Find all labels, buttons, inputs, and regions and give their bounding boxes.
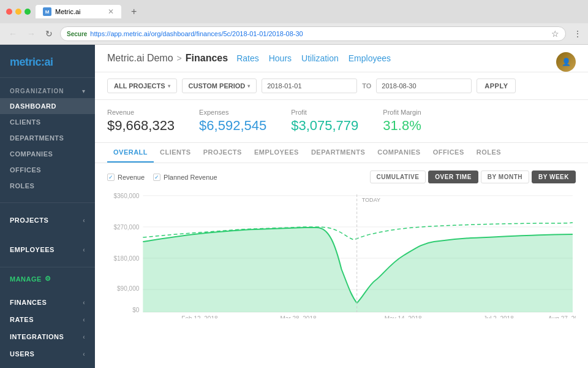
date-from-input[interactable]	[262, 79, 357, 93]
tab-companies[interactable]: COMPANIES	[371, 143, 426, 163]
x-label-may14: May 14, 2018	[385, 315, 422, 318]
x-label-aug27: Aug 27, 2018	[548, 315, 576, 318]
tab-departments[interactable]: DEPARTMENTS	[305, 143, 371, 163]
org-section: ORGANIZATION ▾ DASHBOARD CLIENTS DEPARTM…	[0, 78, 95, 200]
legend-planned: ✓ Planned Revenue	[153, 174, 217, 181]
expenses-value: $6,592,545	[199, 118, 266, 134]
revenue-stat: Revenue $9,668,323	[107, 109, 175, 134]
browser-chrome: M Metric.ai ✕ + ← → ↻ Secure https://app…	[0, 0, 588, 45]
chart-legend: ✓ Revenue ✓ Planned Revenue	[107, 174, 217, 181]
y-label-270k: $270,000	[113, 224, 139, 231]
sidebar-item-clients[interactable]: CLIENTS	[0, 114, 95, 130]
employees-section: EMPLOYEES ‹	[0, 235, 95, 264]
forward-button[interactable]: →	[24, 28, 38, 40]
nav-rates-link[interactable]: Rates	[236, 53, 259, 63]
x-label-jul2: Jul 2, 2018	[484, 315, 514, 318]
y-label-90k: $90,000	[117, 285, 140, 292]
revenue-checkbox[interactable]: ✓	[107, 174, 115, 181]
y-label-0: $0	[132, 307, 140, 313]
browser-addressbar: ← → ↻ Secure https://app.metric.ai/org/d…	[0, 23, 588, 44]
org-section-header[interactable]: ORGANIZATION ▾	[0, 84, 95, 98]
back-button[interactable]: ←	[6, 28, 20, 40]
app-container: metric:ai ORGANIZATION ▾ DASHBOARD CLIEN…	[0, 45, 588, 368]
tab-close-button[interactable]: ✕	[108, 7, 114, 16]
all-projects-dropdown[interactable]: ALL PROJECTS ▾	[107, 79, 177, 93]
close-window-button[interactable]	[6, 9, 12, 15]
browser-window-controls	[6, 9, 31, 15]
cumulative-button[interactable]: CUMULATIVE	[370, 171, 426, 183]
users-arrow-icon: ‹	[83, 351, 85, 358]
users-label: USERS	[10, 350, 34, 358]
employees-group-header[interactable]: EMPLOYEES ‹	[0, 241, 95, 258]
tab-projects[interactable]: PROJECTS	[197, 143, 248, 163]
manage-section: FINANCES ‹ RATES ‹ INTEGRATIONS ‹ USERS …	[0, 288, 95, 368]
breadcrumb-org: Metric.ai Demo	[107, 53, 173, 64]
projects-label: PROJECTS	[10, 217, 48, 224]
by-week-button[interactable]: BY WEEK	[532, 171, 576, 183]
apply-button[interactable]: APPLY	[477, 79, 516, 93]
revenue-area	[143, 228, 573, 312]
today-label: TODAY	[362, 197, 380, 203]
main-header: Metric.ai Demo > Finances Rates Hours Ut…	[95, 45, 588, 72]
nav-hours-link[interactable]: Hours	[269, 53, 292, 63]
integrations-group-header[interactable]: INTEGRATIONS ‹	[0, 328, 95, 345]
chart-view-buttons: CUMULATIVE OVER TIME BY MONTH BY WEEK	[370, 171, 576, 183]
new-tab-button[interactable]: +	[126, 4, 141, 20]
nav-employees-link[interactable]: Employees	[349, 53, 391, 63]
sidebar-item-departments[interactable]: DEPARTMENTS	[0, 130, 95, 146]
breadcrumb-separator: >	[177, 53, 182, 63]
sidebar-item-dashboard[interactable]: DASHBOARD	[0, 98, 95, 114]
integrations-arrow-icon: ‹	[83, 334, 85, 340]
filters-bar: ALL PROJECTS ▾ CUSTOM PERIOD ▾ TO APPLY	[95, 72, 588, 100]
sidebar-item-roles[interactable]: ROLES	[0, 178, 95, 194]
custom-period-label: CUSTOM PERIOD	[189, 82, 246, 90]
margin-value: 31.8%	[383, 118, 421, 134]
refresh-button[interactable]: ↻	[43, 28, 55, 40]
legend-revenue: ✓ Revenue	[107, 174, 145, 181]
bookmark-icon[interactable]: ☆	[551, 29, 559, 39]
finances-group-header[interactable]: FINANCES ‹	[0, 294, 95, 311]
date-separator: TO	[362, 82, 371, 90]
users-group-header[interactable]: USERS ‹	[0, 345, 95, 362]
breadcrumb: Metric.ai Demo > Finances Rates Hours Ut…	[107, 53, 391, 64]
sidebar-item-offices[interactable]: OFFICES	[0, 162, 95, 178]
date-to-input[interactable]	[376, 79, 472, 93]
by-month-button[interactable]: BY MONTH	[481, 171, 529, 183]
chart-area: ✓ Revenue ✓ Planned Revenue CUMULATIVE O…	[95, 163, 588, 368]
browser-tab[interactable]: M Metric.ai ✕	[36, 5, 121, 18]
stats-row: Revenue $9,668,323 Expenses $6,592,545 P…	[95, 100, 588, 143]
sidebar-item-companies[interactable]: COMPANIES	[0, 146, 95, 162]
user-avatar[interactable]: 👤	[556, 52, 576, 72]
address-bar[interactable]: Secure https://app.metric.ai/org/dashboa…	[60, 26, 566, 41]
tab-clients[interactable]: CLIENTS	[154, 143, 197, 163]
minimize-window-button[interactable]	[15, 9, 21, 15]
tab-roles[interactable]: ROLES	[470, 143, 507, 163]
rates-group-header[interactable]: RATES ‹	[0, 311, 95, 328]
revenue-label: Revenue	[107, 109, 175, 116]
offices-label: OFFICES	[10, 166, 41, 174]
tab-overall[interactable]: OVERALL	[107, 143, 154, 163]
projects-group-header[interactable]: PROJECTS ‹	[0, 212, 95, 229]
settings-group-header[interactable]: SETTINGS ‹	[0, 362, 95, 368]
chart-container: $360,000 $270,000 $180,000 $90,000 $0	[107, 190, 576, 318]
y-label-360k: $360,000	[113, 193, 139, 199]
x-label-feb12: Feb 12, 2018	[181, 315, 218, 318]
integrations-label: INTEGRATIONS	[10, 333, 64, 340]
tab-offices[interactable]: OFFICES	[427, 143, 470, 163]
employees-label: EMPLOYEES	[10, 246, 55, 253]
departments-label: DEPARTMENTS	[10, 134, 64, 142]
browser-titlebar: M Metric.ai ✕ +	[0, 0, 588, 23]
org-arrow-icon: ▾	[82, 88, 85, 94]
over-time-button[interactable]: OVER TIME	[428, 171, 478, 183]
planned-checkbox[interactable]: ✓	[153, 174, 160, 181]
maximize-window-button[interactable]	[24, 9, 31, 15]
logo: metric:ai	[10, 56, 85, 69]
expenses-stat: Expenses $6,592,545	[199, 109, 266, 134]
chart-tabs: OVERALL CLIENTS PROJECTS EMPLOYEES DEPAR…	[95, 143, 588, 163]
custom-period-dropdown[interactable]: CUSTOM PERIOD ▾	[182, 79, 257, 93]
sidebar-divider-2	[0, 267, 95, 267]
tab-employees[interactable]: EMPLOYEES	[248, 143, 305, 163]
sidebar-logo: metric:ai	[0, 45, 95, 78]
nav-utilization-link[interactable]: Utilization	[301, 53, 339, 63]
browser-menu-icon[interactable]: ⋮	[573, 29, 582, 39]
